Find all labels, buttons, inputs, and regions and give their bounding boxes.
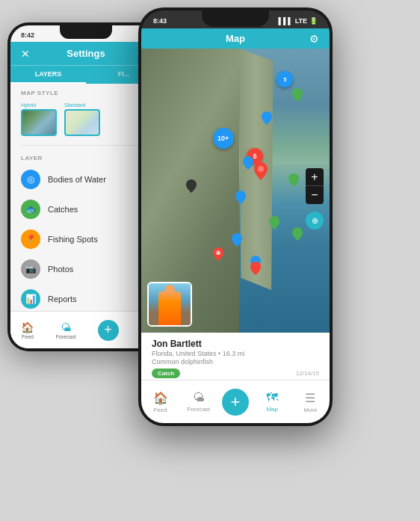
phone2-bottom-nav: 🏠 Feed 🌤 Forecast + 🗺 Map ☰ More: [141, 380, 330, 423]
map-pin-red-main[interactable]: [254, 162, 268, 183]
card-species: Common dolphinfish: [152, 358, 319, 366]
forecast-label2: Forecast: [187, 406, 210, 413]
nav-feed[interactable]: 🏠 Feed: [21, 321, 34, 339]
standard-thumb: [64, 109, 100, 136]
map-title: Map: [226, 33, 245, 44]
standard-label: Standard: [64, 102, 85, 108]
zoom-in-button[interactable]: +: [306, 168, 324, 186]
catch-info-card: Jon Bartlett Florida, United States • 16…: [141, 333, 330, 383]
catch-badge: Catch: [152, 369, 180, 378]
phone2-header: Map ⚙: [141, 28, 330, 49]
lte-label: LTE: [295, 17, 307, 25]
map-pin-red-3[interactable]: [250, 262, 261, 278]
close-button[interactable]: ✕: [21, 48, 30, 60]
map-pin-blue-1[interactable]: [262, 111, 272, 128]
map-zoom-controls: + −: [306, 168, 324, 204]
bodies-of-water-label: Bodies of Water: [48, 175, 106, 184]
map-pin-green-1[interactable]: [292, 88, 303, 105]
phone1-notch: [60, 25, 112, 39]
forecast-icon2: 🌤: [193, 391, 205, 404]
map-style-standard[interactable]: Standard: [64, 102, 100, 136]
map-pin-blue-3[interactable]: [235, 191, 246, 207]
settings-title: Settings: [67, 48, 105, 59]
card-bottom-row: Catch 12/14/15: [152, 369, 319, 378]
feed-label2: Feed: [153, 407, 167, 413]
nav-forecast[interactable]: 🌤 Forecast: [55, 321, 75, 339]
photos-icon: 📷: [21, 259, 40, 279]
forecast-icon: 🌤: [61, 321, 71, 333]
fishing-spots-label: Fishing Spots: [48, 235, 98, 244]
nav2-feed[interactable]: 🏠 Feed: [146, 391, 176, 413]
hybrid-label: Hybrid: [21, 102, 36, 108]
map-pin-green-2[interactable]: [288, 173, 299, 190]
nav2-forecast[interactable]: 🌤 Forecast: [184, 391, 214, 413]
divider1: [21, 145, 151, 146]
locate-button[interactable]: ⊕: [306, 212, 324, 229]
feed-icon2: 🏠: [153, 391, 168, 405]
person-body: [158, 292, 181, 325]
catches-icon: 🐟: [21, 200, 40, 219]
map-pin-blue-4[interactable]: [232, 233, 242, 250]
zoom-out-button[interactable]: −: [306, 186, 324, 204]
phone2-notch: [202, 10, 269, 27]
svg-text:A: A: [217, 251, 220, 256]
svg-point-0: [258, 166, 264, 172]
map-style-hybrid[interactable]: Hybrid: [21, 102, 57, 136]
battery-icon: 🔋: [309, 17, 318, 25]
hybrid-thumb: [21, 109, 57, 136]
tab-layers[interactable]: LAYERS: [10, 66, 86, 84]
photos-label: Photos: [48, 265, 73, 274]
card-user-name: Jon Bartlett: [152, 339, 319, 349]
map-view[interactable]: 5 10+ 5: [141, 49, 330, 333]
more-label2: More: [303, 407, 317, 413]
fishing-spots-icon: 📍: [21, 229, 40, 249]
map-pin-blue-2[interactable]: [243, 156, 253, 173]
signal-icon: ▌▌▌: [279, 17, 293, 25]
map-label2: Map: [266, 406, 278, 413]
map-pin-cluster-10[interactable]: 10+: [213, 128, 234, 149]
map-photo-thumbnail[interactable]: [147, 282, 192, 327]
bodies-of-water-icon: ◎: [21, 170, 40, 189]
map-pin-dark[interactable]: [186, 179, 197, 196]
map-pin-green-3[interactable]: [269, 216, 280, 232]
catch-date: 12/14/15: [296, 370, 319, 377]
add-button2[interactable]: +: [222, 389, 249, 416]
map-icon2: 🗺: [266, 391, 278, 404]
phone2-status-right: ▌▌▌ LTE 🔋: [279, 17, 318, 25]
feed-label: Feed: [22, 334, 34, 339]
catches-label: Catches: [48, 205, 78, 214]
more-icon2: ☰: [305, 391, 315, 405]
reports-icon: 📊: [21, 289, 40, 309]
feed-icon: 🏠: [21, 321, 34, 333]
phone1-time: 8:42: [21, 31, 34, 39]
scene: 8:42 ●●● ✕ Settings LAYERS FI... MAP STY…: [0, 0, 420, 521]
forecast-label: Forecast: [55, 334, 75, 339]
add-button[interactable]: +: [98, 320, 119, 341]
nav2-map[interactable]: 🗺 Map: [257, 391, 287, 413]
card-location: Florida, United States • 16.3 mi: [152, 350, 319, 357]
filter-icon[interactable]: ⚙: [309, 33, 319, 45]
reports-label: Reports: [48, 295, 77, 303]
map-pin-red-2[interactable]: A: [213, 247, 223, 264]
phone2-time: 8:43: [153, 17, 167, 25]
map-pin-green-4[interactable]: [292, 227, 303, 244]
nav2-more[interactable]: ☰ More: [295, 391, 325, 413]
phone2-map: 8:43 ▌▌▌ LTE 🔋 Map ⚙ 5: [138, 7, 333, 426]
